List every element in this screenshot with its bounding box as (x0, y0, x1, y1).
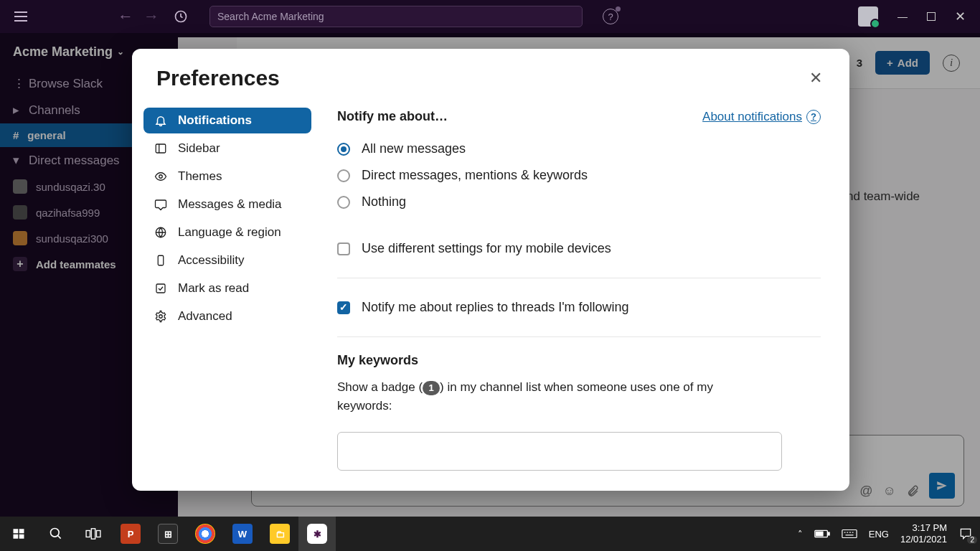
checkbox-icon (337, 301, 350, 314)
taskbar-powerpoint[interactable]: P (112, 517, 149, 551)
svg-rect-20 (816, 532, 823, 536)
system-tray: ˄ ENG 3:17 PM 12/01/2021 (791, 522, 980, 546)
accessibility-icon (154, 253, 168, 268)
globe-icon (154, 225, 168, 240)
checkbox-thread-replies[interactable]: Notify me about replies to threads I'm f… (337, 294, 842, 321)
svg-rect-1 (156, 144, 166, 153)
prefnav-accessibility[interactable]: Accessibility (143, 248, 311, 273)
tray-chevron-up-icon[interactable]: ˄ (798, 529, 803, 540)
svg-rect-7 (156, 284, 165, 293)
windows-taskbar: P ⊞ W 🗀 ✱ ˄ ENG 3:17 PM 12/01/2021 (0, 517, 980, 551)
svg-point-8 (159, 315, 163, 319)
preferences-modal: Preferences ✕ Notifications Sidebar Them… (132, 49, 849, 491)
prefnav-language-region[interactable]: Language & region (143, 220, 311, 245)
keyboard-icon[interactable] (842, 529, 857, 539)
svg-rect-19 (828, 532, 829, 535)
check-icon (154, 281, 168, 296)
keywords-title: My keywords (337, 353, 842, 368)
prefnav-messages-media[interactable]: Messages & media (143, 192, 311, 217)
checkbox-icon (337, 242, 350, 255)
prefnav-mark-as-read[interactable]: Mark as read (143, 276, 311, 301)
hamburger-icon[interactable] (14, 8, 32, 25)
chat-icon (154, 197, 168, 212)
window-titlebar: ← → Search Acme Marketing ? — ✕ (0, 0, 980, 33)
taskbar-store[interactable]: ⊞ (149, 517, 187, 551)
bell-icon (154, 113, 168, 128)
user-avatar[interactable] (858, 6, 878, 27)
search-input[interactable]: Search Acme Marketing (209, 6, 583, 27)
svg-point-13 (51, 529, 60, 537)
radio-icon (337, 169, 350, 182)
divider (337, 336, 821, 337)
search-placeholder: Search Acme Marketing (217, 11, 324, 22)
svg-rect-15 (86, 531, 90, 537)
action-center-icon[interactable] (958, 527, 973, 541)
prefnav-notifications[interactable]: Notifications (143, 108, 311, 133)
radio-dm-mentions[interactable]: Direct messages, mentions & keywords (337, 162, 842, 189)
prefnav-themes[interactable]: Themes (143, 164, 311, 189)
modal-title: Preferences (156, 66, 280, 90)
svg-point-3 (159, 175, 163, 179)
svg-line-14 (58, 536, 61, 539)
badge-icon: 1 (423, 381, 440, 395)
prefnav-advanced[interactable]: Advanced (143, 303, 311, 329)
keywords-input[interactable] (337, 432, 782, 471)
taskbar-slack[interactable]: ✱ (298, 517, 336, 551)
sidebar-icon (154, 141, 168, 156)
eye-icon (154, 169, 168, 184)
radio-all-new-messages[interactable]: All new messages (337, 136, 842, 162)
svg-rect-10 (19, 529, 24, 533)
svg-rect-21 (842, 530, 857, 538)
notify-radio-group: All new messages Direct messages, mentio… (337, 136, 842, 215)
search-icon[interactable] (37, 517, 75, 551)
svg-rect-17 (97, 531, 100, 537)
radio-icon (337, 196, 350, 209)
checkbox-mobile-settings[interactable]: Use different settings for my mobile dev… (337, 235, 842, 262)
gear-icon (154, 309, 168, 324)
window-minimize-icon[interactable]: — (897, 11, 908, 22)
svg-rect-12 (19, 534, 24, 539)
window-maximize-icon[interactable] (927, 12, 936, 21)
divider (337, 278, 821, 278)
battery-icon[interactable] (814, 529, 830, 539)
taskbar-word[interactable]: W (224, 517, 261, 551)
notify-section-title: Notify me about… (337, 109, 448, 124)
preferences-nav: Notifications Sidebar Themes Messages & … (132, 102, 323, 491)
history-nav: ← → (118, 7, 188, 26)
back-arrow-icon[interactable]: ← (118, 7, 133, 26)
history-clock-icon[interactable] (174, 9, 188, 24)
help-icon[interactable]: ? (603, 9, 618, 24)
task-view-icon[interactable] (75, 517, 112, 551)
about-notifications-link[interactable]: About notifications ? (702, 110, 821, 124)
taskbar-chrome[interactable] (187, 517, 224, 551)
svg-rect-9 (14, 529, 19, 533)
window-close-icon[interactable]: ✕ (954, 9, 966, 24)
svg-rect-11 (14, 534, 19, 539)
svg-rect-5 (158, 255, 164, 265)
radio-icon (337, 143, 350, 156)
preferences-content: Notify me about… About notifications ? A… (323, 102, 849, 491)
svg-rect-16 (91, 529, 95, 539)
radio-nothing[interactable]: Nothing (337, 189, 842, 215)
taskbar-explorer[interactable]: 🗀 (261, 517, 298, 551)
prefnav-sidebar[interactable]: Sidebar (143, 136, 311, 161)
taskbar-clock[interactable]: 3:17 PM 12/01/2021 (900, 522, 947, 546)
keywords-description: Show a badge (1) in my channel list when… (337, 378, 739, 416)
start-button[interactable] (0, 517, 37, 551)
forward-arrow-icon[interactable]: → (143, 7, 159, 26)
language-indicator[interactable]: ENG (869, 529, 889, 540)
close-icon[interactable]: ✕ (806, 66, 825, 90)
question-icon: ? (806, 110, 821, 124)
